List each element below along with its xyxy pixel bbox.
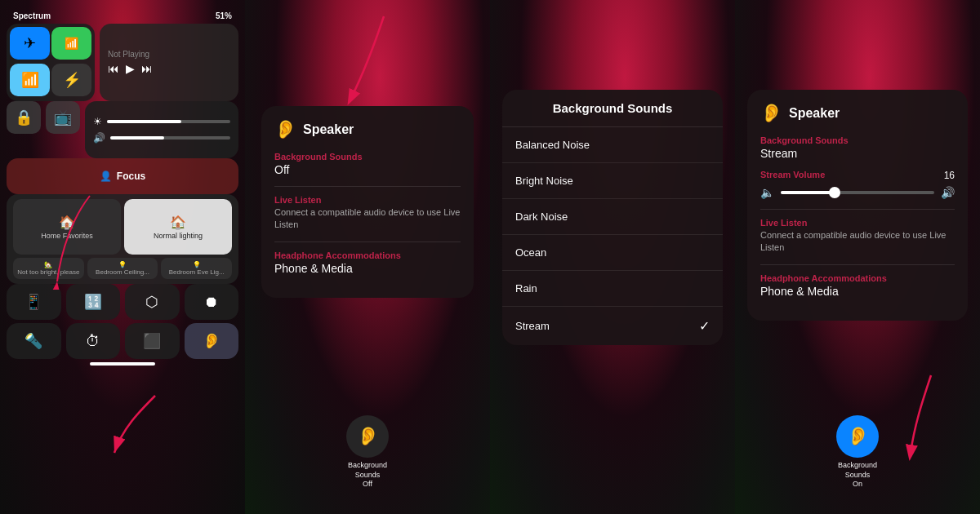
background-sounds-value: Off <box>274 163 461 176</box>
focus-btn[interactable]: 👤 Focus <box>7 158 238 194</box>
next-btn[interactable]: ⏭ <box>141 62 153 75</box>
stream-volume-number: 16 <box>938 170 955 181</box>
live-listen-value: Connect a compatible audio device to use… <box>274 206 461 232</box>
lock-orientation-btn[interactable]: 🔒 <box>7 101 41 134</box>
rain-label: Rain <box>515 282 537 295</box>
bedroom-eve-btn[interactable]: 💡 Bedroom Eve Lig... <box>161 258 232 279</box>
background-sounds-on-container[interactable]: 👂 BackgroundSoundsOn <box>836 415 879 490</box>
headphone-section[interactable]: Headphone Accommodations Phone & Media <box>274 250 461 275</box>
brightness-volume-sliders: ☀ 🔊 <box>85 101 238 158</box>
speaker-panel: 👂 Speaker Background Sounds Off Live Lis… <box>261 106 474 298</box>
bg-sounds-active-value: Stream <box>760 147 955 160</box>
not-too-bright-label: Not too bright, please <box>17 268 79 276</box>
stream-checkmark: ✓ <box>699 318 710 334</box>
vol-low-icon: 🔈 <box>760 186 774 199</box>
list-item-rain[interactable]: Rain <box>502 271 723 307</box>
background-sounds-icon-label: BackgroundSoundsOff <box>348 461 387 490</box>
prev-btn[interactable]: ⏮ <box>108 62 119 75</box>
divider-2 <box>274 241 461 242</box>
headphone-label: Headphone Accommodations <box>274 250 461 260</box>
screen-mirror-btn[interactable]: 📺 <box>46 101 80 134</box>
record-btn[interactable]: ⏺ <box>185 284 239 320</box>
ear-icon-active: 👂 <box>760 103 782 124</box>
live-listen-active-section[interactable]: Live Listen Connect a compatible audio d… <box>760 218 955 255</box>
panel-background-sounds: Background Sounds Balanced Noise Bright … <box>490 0 735 514</box>
speaker-title: Speaker <box>303 122 354 137</box>
stream-label: Stream <box>515 320 550 332</box>
bedroom-eve-label: Bedroom Eve Lig... <box>169 268 225 276</box>
dark-noise-label: Dark Noise <box>515 210 568 223</box>
list-item-dark[interactable]: Dark Noise <box>502 199 723 235</box>
live-listen-active-value: Connect a compatible audio device to use… <box>760 229 955 255</box>
bg-sounds-title: Background Sounds <box>502 90 723 127</box>
brightness-slider[interactable]: ☀ <box>93 116 230 127</box>
stream-volume-section[interactable]: Stream Volume 16 🔈 🔊 <box>760 170 955 199</box>
not-too-bright-btn[interactable]: 🏡 Not too bright, please <box>13 258 84 279</box>
list-item-balanced[interactable]: Balanced Noise <box>502 127 723 163</box>
utility-row-2: 🔦 ⏱ ⬛ 👂 <box>7 323 238 359</box>
bg-sounds-active-label: Background Sounds <box>760 135 955 145</box>
speaker-header: 👂 Speaker <box>274 119 461 140</box>
bright-noise-label: Bright Noise <box>515 175 573 187</box>
panel-speaker: 👂 Speaker Background Sounds Off Live Lis… <box>245 0 490 514</box>
home-favorites-btn[interactable]: 🏠 Home Favorites <box>13 199 121 255</box>
vol-high-icon: 🔊 <box>941 186 955 199</box>
flashlight-btn[interactable]: 🔦 <box>7 323 61 359</box>
normal-lighting-label: Normal lighting <box>154 232 203 240</box>
ocean-label: Ocean <box>515 246 546 259</box>
cellular-btn[interactable]: 📶 <box>51 27 91 60</box>
background-sounds-on-label: BackgroundSoundsOn <box>838 461 877 490</box>
calculator-btn[interactable]: 🔢 <box>66 284 121 320</box>
balanced-noise-label: Balanced Noise <box>515 139 590 151</box>
play-btn[interactable]: ▶ <box>126 62 135 75</box>
timer-btn[interactable]: ⏱ <box>66 323 121 359</box>
live-listen-label: Live Listen <box>274 195 461 205</box>
live-listen-active-label: Live Listen <box>760 218 955 228</box>
status-bar: Spectrum 51% <box>7 8 238 24</box>
bg-sounds-card: Background Sounds Balanced Noise Bright … <box>502 90 723 345</box>
divider-4 <box>760 264 955 265</box>
headphone-active-section[interactable]: Headphone Accommodations Phone & Media <box>760 273 955 298</box>
connectivity-grid: ✈ 📶 📶 ⚡ <box>7 24 95 101</box>
headphone-active-label: Headphone Accommodations <box>760 273 955 283</box>
home-indicator <box>90 362 155 366</box>
airplane-mode-btn[interactable]: ✈ <box>10 27 50 60</box>
hearing-btn[interactable]: 👂 <box>185 323 239 359</box>
focus-label: Focus <box>117 171 145 182</box>
headphone-value: Phone & Media <box>274 262 461 275</box>
music-controls: ⏮ ▶ ⏭ <box>108 62 230 75</box>
scanner-btn[interactable]: ⬛ <box>125 323 180 359</box>
list-item-stream[interactable]: Stream ✓ <box>502 307 723 345</box>
focus-icon: 👤 <box>100 171 112 182</box>
divider-1 <box>274 186 461 187</box>
not-playing-label: Not Playing <box>108 50 230 59</box>
speaker-active-panel: 👂 Speaker Background Sounds Stream Strea… <box>747 90 968 321</box>
background-sounds-section[interactable]: Background Sounds Off <box>274 152 461 176</box>
background-sounds-icon-off[interactable]: 👂 <box>346 415 389 458</box>
speaker-active-title: Speaker <box>789 106 840 121</box>
bedroom-ceiling-label: Bedroom Ceiling... <box>96 268 149 276</box>
music-player: Not Playing ⏮ ▶ ⏭ <box>100 24 238 101</box>
bedroom-ceiling-btn[interactable]: 💡 Bedroom Ceiling... <box>87 258 158 279</box>
wifi-btn[interactable]: 📶 <box>10 64 50 96</box>
panel-control-center: Spectrum 51% ✈ 📶 📶 ⚡ Not Playing ⏮ ▶ ⏭ <box>0 0 245 514</box>
headphone-active-value: Phone & Media <box>760 285 955 298</box>
background-sounds-icon-on[interactable]: 👂 <box>836 415 879 458</box>
ear-icon: 👂 <box>274 119 296 140</box>
normal-lighting-btn[interactable]: 🏠 Normal lighting <box>124 199 232 255</box>
battery-label: 51% <box>216 11 232 20</box>
bg-sounds-active-section[interactable]: Background Sounds Stream <box>760 135 955 160</box>
stream-volume-slider[interactable]: 🔈 🔊 <box>760 186 955 199</box>
background-sounds-icon-container[interactable]: 👂 BackgroundSoundsOff <box>346 415 389 490</box>
speaker-active-header: 👂 Speaker <box>760 103 955 124</box>
live-listen-section[interactable]: Live Listen Connect a compatible audio d… <box>274 195 461 232</box>
utility-row-1: 📱 🔢 ⬡ ⏺ <box>7 284 238 320</box>
bluetooth-btn[interactable]: ⚡ <box>51 64 91 96</box>
list-item-bright[interactable]: Bright Noise <box>502 163 723 199</box>
shazam-btn[interactable]: ⬡ <box>125 284 180 320</box>
volume-slider[interactable]: 🔊 <box>93 132 230 144</box>
list-item-ocean[interactable]: Ocean <box>502 235 723 271</box>
remote-btn[interactable]: 📱 <box>7 284 61 320</box>
stream-volume-label: Stream Volume <box>760 170 825 179</box>
home-favorites-label: Home Favorites <box>41 232 93 240</box>
